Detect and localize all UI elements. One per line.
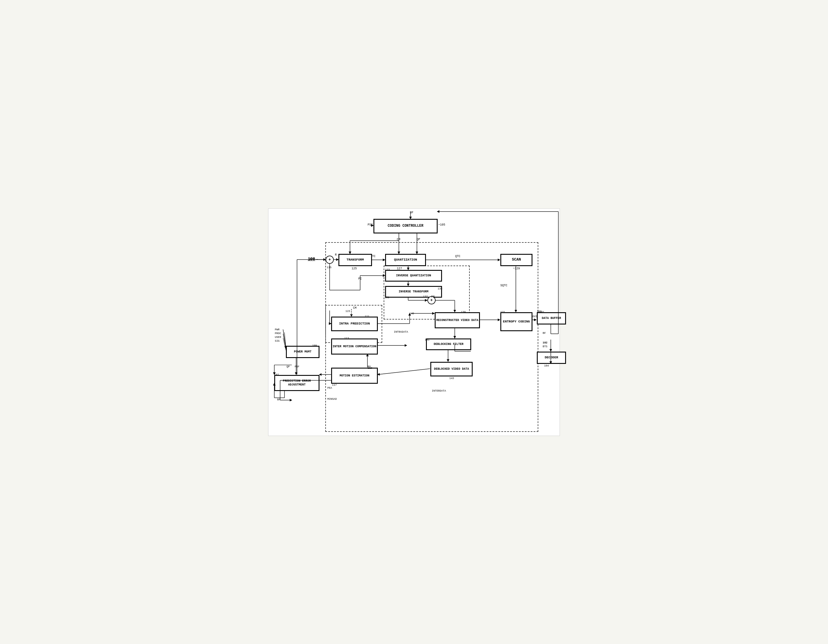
signal-minsad: MINSAD <box>327 398 337 401</box>
signal-ref-140: 140 <box>409 312 414 315</box>
deblocked-video-label: DEBLOCKED VIDEO DATA <box>434 367 469 371</box>
ref-105: ~105 <box>438 223 445 226</box>
deblocking-filter-block: DEBLOCKING FILTER <box>426 338 471 350</box>
signal-bts: BTS <box>543 345 547 348</box>
signal-sig: SIG <box>275 340 279 342</box>
motion-estimation-label: MOTION ESTIMATION <box>340 374 369 378</box>
signal-intradata: INTRADATA <box>394 331 408 333</box>
signal-qp-left: QP <box>287 365 290 368</box>
inverse-quantization-block: INVERSE QUANTIZATION <box>385 270 442 281</box>
transform-label: TRANSFORM <box>347 258 364 262</box>
ref-131: 131 <box>384 296 389 299</box>
decoder-label: DECODER <box>545 355 558 360</box>
signal-ref-102: 102 <box>543 341 547 344</box>
ref-139: 139 <box>461 311 466 314</box>
signal-psf-left: PSF <box>295 365 300 368</box>
signal-mv: MV <box>368 365 371 368</box>
signal-proc: PROC <box>275 332 281 335</box>
svg-line-47 <box>283 338 286 350</box>
signal-ref-123: 123 <box>345 310 350 313</box>
motion-estimation-block: MOTION ESTIMATION <box>331 368 378 384</box>
scan-block: SCAN <box>500 254 532 266</box>
intra-prediction-block: INTRA PREDICTION <box>331 317 378 331</box>
signal-ref-115: 115 <box>327 266 331 269</box>
ref-111: 111 <box>365 315 369 318</box>
svg-line-44 <box>283 329 286 348</box>
signal-bf-bottom: BF <box>277 398 281 401</box>
signal-pwr: PWR <box>275 328 279 331</box>
coding-controller-label: CODING CONTROLLER <box>388 224 423 228</box>
ref-133: 133 <box>385 269 390 272</box>
signal-qtc: QTC <box>455 255 460 258</box>
ref-109: 109 <box>312 344 317 347</box>
ref-125: 125 <box>351 267 357 270</box>
ref-107: 107 <box>274 374 279 376</box>
signal-ivi: IVI — <box>309 258 318 261</box>
ref-135: 135 <box>438 287 442 291</box>
quantization-label: QUANTIZATION <box>394 258 417 262</box>
coding-controller-block: CODING CONTROLLER <box>373 219 438 233</box>
inter-motion-comp-block: INTER MOTION COMPENSATION <box>331 338 378 355</box>
prediction-error-block: PREDICTION ERROR ADJUSTMENT <box>274 375 320 391</box>
transform-block: TRANSFORM <box>339 254 372 266</box>
ref-143: 143 <box>449 377 454 380</box>
ref-121: 121 <box>500 311 505 314</box>
reconstructed-video-block: RECONSTRUCTED VIDEO DATA <box>435 312 480 328</box>
signal-r: R <box>335 253 337 256</box>
pred-error-label: PREDICTION ERROR ADJUSTMENT <box>275 379 318 386</box>
data-buffer-block: DATA BUFFER <box>537 312 566 325</box>
scan-label: SCAN <box>512 258 521 262</box>
signal-interdata: INTERDATA <box>432 390 446 393</box>
signal-cm-mid: CM <box>353 306 356 309</box>
deblocked-video-block: DEBLOCKED VIDEO DATA <box>430 362 473 376</box>
svg-line-46 <box>283 333 286 349</box>
inv-transform-label: INVERSE TRANSFORM <box>398 290 428 294</box>
intra-pred-label: INTRA PREDICTION <box>339 322 370 326</box>
entropy-coding-label: ENTROPY CODING <box>503 319 530 324</box>
data-buffer-label: DATA BUFFER <box>542 316 561 320</box>
signal-tc: TC <box>372 255 375 258</box>
inv-quant-label: INVERSE QUANTIZATION <box>396 274 431 278</box>
signal-cm-top: CM <box>397 238 400 241</box>
signal-ref-137: 137 <box>423 295 428 298</box>
power-mgmt-label: POWER MGMT <box>294 350 311 353</box>
signal-pr: PR <box>431 295 435 298</box>
power-mgmt-block: POWER MGMT <box>286 346 320 358</box>
inter-motion-comp-label: INTER MOTION COMPENSATION <box>332 345 376 349</box>
signal-psf-top: PSF <box>368 223 373 226</box>
ref-129: ~129 <box>513 267 520 270</box>
signal-qp-top: QP <box>417 238 420 241</box>
sum-junction-main: + <box>326 256 334 264</box>
ref-113: 113 <box>344 337 349 340</box>
deblock-filter-label: DEBLOCKING FILTER <box>434 342 463 346</box>
diagram-page: CODING CONTROLLER ~105 TRANSFORM 125 QUA… <box>268 208 560 436</box>
signal-bf-top: BF <box>410 211 413 214</box>
signal-pi: PI <box>358 277 362 280</box>
recon-video-label: RECONSTRUCTED VIDEO DATA <box>436 318 478 322</box>
ref-101-label: ~101 <box>538 311 544 314</box>
signal-sqtc: SQTC <box>500 284 507 287</box>
ref-104: 104 <box>544 364 549 368</box>
entropy-coding-block: ENTROPY CODING <box>500 312 532 331</box>
decoder-block: DECODER <box>537 352 566 364</box>
ref-117: 117 <box>332 384 337 386</box>
signal-user: USER <box>275 336 281 339</box>
signal-bf-right: BF <box>543 332 546 335</box>
quantization-block: QUANTIZATION <box>385 254 426 266</box>
signal-pea: PEA <box>327 386 332 390</box>
ref-141: 141 <box>425 338 430 341</box>
signal-ovi: OVI <box>532 315 537 318</box>
